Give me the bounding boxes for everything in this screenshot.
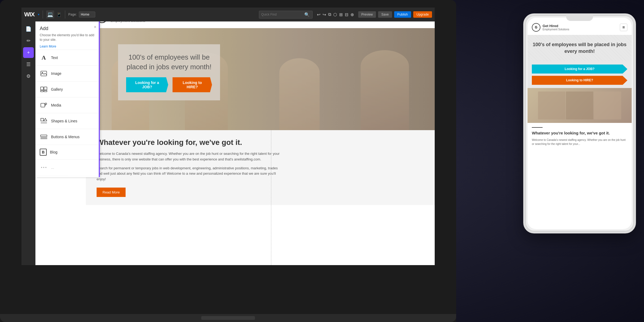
search-bar: 🔍 — [259, 11, 313, 19]
settings-icon: ⚙ — [26, 73, 31, 79]
content-para-2: Search for permanent or temporary jobs i… — [97, 166, 284, 182]
mobile-content-heading: Whatever you're looking for, we've got i… — [532, 130, 627, 136]
wix-logo-arrow[interactable]: ▾ — [38, 13, 39, 16]
hero-text-box: 100's of employees will be placed in job… — [118, 44, 220, 100]
svg-rect-4 — [41, 90, 43, 92]
mobile-hero-buttons: Looking for a JOB? Looking to HIRE? — [528, 61, 632, 88]
mobile-image-placeholder — [528, 88, 632, 123]
gallery-icon — [40, 85, 48, 93]
mobile-logo-area: G Get Hired Employment Solutions — [532, 23, 569, 32]
add-item-shapes[interactable]: Shapes & Lines — [35, 113, 100, 129]
add-icon: + — [27, 50, 30, 56]
wix-logo[interactable]: WIX — [24, 11, 35, 18]
media-label: Media — [51, 103, 61, 107]
sidebar-item-pages[interactable]: 📄 — [23, 24, 34, 34]
sidebar-item-layers[interactable]: ☰ — [23, 59, 34, 70]
svg-point-15 — [43, 167, 44, 168]
svg-rect-0 — [41, 71, 47, 76]
image-icon — [40, 69, 48, 78]
undo-icon[interactable]: ↩ — [317, 12, 320, 17]
mobile-logo-text: Get Hired Employment Solutions — [543, 24, 569, 31]
hero-headline: 100's of employees will be placed in job… — [126, 52, 212, 72]
mobile-divider — [532, 127, 543, 128]
add-item-image[interactable]: Image — [35, 66, 100, 82]
mobile-menu-button[interactable]: ≡ — [620, 24, 627, 31]
content-para-1: Welcome to Canada's newest staffing agen… — [97, 151, 284, 162]
looking-for-job-button[interactable]: Looking for a JOB? — [126, 77, 168, 92]
copy-icon[interactable]: ⧉ — [328, 12, 331, 17]
svg-point-16 — [45, 167, 46, 168]
read-more-button[interactable]: Read More — [97, 188, 126, 197]
sidebar-item-add[interactable]: + — [23, 47, 34, 58]
mobile-brand-name: Get Hired — [543, 24, 569, 28]
add-item-buttons[interactable]: Buttons & Menus — [35, 129, 100, 145]
toolbar-icons: ↩ ↪ ⧉ ⬡ ⊞ ⊟ ⊕ — [317, 12, 354, 17]
laptop-trackpad — [201, 316, 255, 320]
close-panel-button[interactable]: × — [94, 25, 96, 30]
mobile-logo-icon: G — [532, 23, 540, 32]
desktop-icon[interactable]: 💻 — [46, 10, 54, 19]
mobile-job-button[interactable]: Looking for a JOB? — [532, 64, 627, 74]
add-panel-title: Add — [40, 26, 95, 31]
add-item-media[interactable]: Media — [35, 97, 100, 113]
plus-icon[interactable]: ⊕ — [350, 12, 354, 17]
mobile-brand-tagline: Employment Solutions — [543, 28, 569, 31]
shapes-label: Shapes & Lines — [51, 119, 77, 123]
page-label: Page: — [68, 13, 77, 16]
add-panel-header: Add Choose the elements you'd like to ad… — [35, 21, 100, 50]
image-label: Image — [51, 71, 61, 76]
layers-icon: ☰ — [26, 61, 31, 67]
upgrade-button[interactable]: Upgrade — [413, 11, 432, 18]
add-item-blog[interactable]: B Blog — [35, 145, 100, 160]
laptop-bottom-bar — [0, 314, 456, 322]
text-label: Text — [51, 56, 58, 60]
content-heading: Whatever you're looking for, we've got i… — [97, 138, 424, 147]
panel-highlight-strip — [99, 21, 100, 177]
mobile-device-frame: G Get Hired Employment Solutions ≡ 100's… — [523, 13, 636, 233]
preview-button[interactable]: Preview — [358, 11, 376, 18]
sidebar-item-design[interactable]: ✏ — [23, 35, 34, 46]
svg-rect-3 — [44, 87, 47, 90]
wix-toolbar: WIX ▾ 💻 📱 Page: Home 🔍 ↩ ↪ ⧉ ⬡ ⊞ — [21, 8, 435, 21]
mobile-hero-headline: 100's of employees will be placed in job… — [532, 41, 627, 55]
add-item-text[interactable]: A Text — [35, 50, 100, 66]
buttons-icon — [40, 133, 48, 141]
share-icon[interactable]: ⬡ — [333, 12, 337, 17]
svg-rect-8 — [41, 118, 43, 121]
hero-buttons: Looking for a JOB? Looking to HIRE? — [126, 77, 212, 92]
page-select[interactable]: Home — [79, 12, 95, 17]
learn-more-link[interactable]: Learn More — [40, 45, 56, 48]
save-button[interactable]: Save — [378, 11, 392, 18]
svg-rect-2 — [41, 87, 43, 90]
hamburger-icon: ≡ — [622, 25, 625, 30]
add-panel-items-list: A Text Image Gallery — [35, 50, 100, 177]
add-item-more: ... — [35, 160, 100, 175]
add-panel-description: Choose the elements you'd like to add to… — [40, 33, 95, 42]
mobile-content-section: Whatever you're looking for, we've got i… — [528, 123, 632, 150]
looking-to-hire-button[interactable]: Looking to HIRE? — [173, 77, 212, 92]
grid-icon[interactable]: ⊟ — [345, 12, 348, 17]
redo-icon[interactable]: ↪ — [323, 12, 326, 17]
mobile-icon[interactable]: 📱 — [56, 12, 62, 17]
content-section: Whatever you're looking for, we've got i… — [86, 130, 435, 205]
search-icon: 🔍 — [304, 12, 310, 17]
add-panel: Add Choose the elements you'd like to ad… — [35, 21, 100, 177]
sidebar-item-settings[interactable]: ⚙ — [23, 71, 34, 82]
text-icon: A — [40, 54, 48, 62]
toolbar-divider-1 — [43, 10, 43, 19]
align-icon[interactable]: ⊞ — [339, 12, 343, 17]
laptop-frame: WIX ▾ 💻 📱 Page: Home 🔍 ↩ ↪ ⧉ ⬡ ⊞ — [0, 0, 456, 322]
hero-section: 100's of employees will be placed in job… — [86, 28, 435, 130]
mobile-screen: G Get Hired Employment Solutions ≡ 100's… — [528, 18, 632, 229]
gallery-label: Gallery — [51, 87, 63, 92]
mobile-hero-text: 100's of employees will be placed in job… — [528, 35, 632, 61]
svg-rect-6 — [41, 103, 45, 107]
more-icon — [40, 163, 48, 171]
search-input[interactable] — [261, 13, 304, 16]
svg-marker-9 — [44, 118, 47, 121]
mobile-hire-button[interactable]: Looking to HIRE? — [532, 76, 627, 85]
website-content: G Get Hired Employment Solutions Home Jo… — [86, 8, 435, 265]
publish-button[interactable]: Publish — [394, 11, 411, 18]
add-item-gallery[interactable]: Gallery — [35, 82, 100, 97]
blog-label: Blog — [50, 150, 57, 154]
